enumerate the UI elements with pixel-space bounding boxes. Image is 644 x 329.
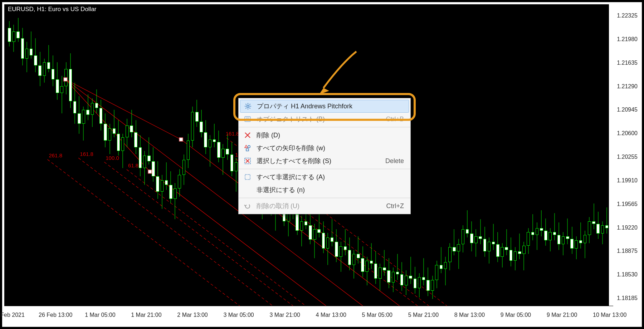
price-tick: 1.19565 — [617, 201, 638, 207]
menu-item[interactable]: 非選択にする (n) — [239, 183, 410, 196]
time-tick: 10 Mar 13:00 — [593, 312, 626, 318]
candle — [435, 4, 438, 310]
candle — [527, 4, 530, 310]
candle — [195, 4, 199, 310]
svg-point-0 — [247, 105, 249, 107]
time-tick: 3 Mar 05:00 — [223, 312, 254, 318]
undo-icon — [244, 202, 252, 210]
svg-line-8 — [249, 104, 250, 105]
candle — [596, 4, 600, 310]
menu-item-accel: Ctrl+Z — [386, 202, 404, 210]
svg-marker-15 — [245, 145, 248, 148]
menu-item[interactable]: 削除 (D) — [239, 129, 410, 142]
candle — [82, 4, 85, 310]
candle — [230, 4, 234, 310]
candle — [470, 4, 473, 310]
candle — [601, 4, 604, 310]
candle — [204, 4, 207, 310]
menu-separator — [239, 169, 410, 169]
candle — [174, 4, 177, 310]
time-axis: 25 Feb 202126 Feb 13:001 Mar 05:001 Mar … — [4, 306, 613, 325]
menu-item-label: 削除 (D) — [257, 131, 404, 139]
fib-label: 161.8 — [226, 131, 239, 137]
price-tick: 1.18530 — [617, 271, 638, 278]
candle — [588, 4, 591, 310]
fib-label: 261.8 — [49, 152, 62, 158]
time-tick: 9 Mar 21:00 — [547, 312, 577, 318]
menu-item[interactable]: オブジェクトリスト (B)Ctrl+B — [239, 113, 410, 126]
candle — [73, 4, 77, 310]
candle — [440, 4, 443, 310]
time-tick: 25 Feb 2021 — [0, 312, 25, 318]
price-tick: 1.22325 — [617, 13, 638, 19]
menu-item-label: 削除の取消 (U) — [257, 202, 365, 210]
pitchfork-anchor[interactable] — [64, 78, 68, 82]
price-tick: 1.21635 — [617, 60, 638, 66]
candle — [126, 4, 129, 310]
candle — [12, 4, 15, 310]
candle — [562, 4, 565, 310]
menu-item-label: すべての矢印を削除 (w) — [257, 144, 404, 152]
candle — [99, 4, 103, 310]
candle — [95, 4, 98, 310]
candle — [422, 4, 425, 310]
menu-item[interactable]: プロパティ H1 Andrews Pitchfork — [240, 100, 409, 113]
svg-line-7 — [246, 108, 247, 108]
candle — [557, 4, 561, 310]
candle — [501, 4, 504, 310]
candle — [540, 4, 543, 310]
candle — [130, 4, 133, 310]
fib-label: 100.0 — [106, 155, 119, 161]
context-menu: プロパティ H1 Andrews Pitchforkオブジェクトリスト (B)C… — [238, 98, 411, 214]
candle — [213, 4, 216, 310]
pitchfork-anchor[interactable] — [179, 138, 183, 142]
candle — [78, 4, 81, 310]
candle — [182, 4, 186, 310]
candle — [221, 4, 225, 310]
candle — [38, 4, 42, 310]
candle — [584, 4, 587, 310]
candle — [156, 4, 159, 310]
pitchfork-anchor[interactable] — [148, 170, 152, 174]
menu-item[interactable]: 選択したすべてを削除 (S)Delete — [239, 154, 410, 167]
menu-item[interactable]: すべての矢印を削除 (w) — [239, 142, 410, 154]
candle — [570, 4, 574, 310]
candle — [453, 4, 456, 310]
candle — [457, 4, 460, 310]
price-tick: 1.18185 — [617, 295, 638, 301]
price-tick: 1.19220 — [617, 225, 638, 231]
time-tick: 3 Mar 21:00 — [269, 312, 300, 318]
select-box-icon — [244, 157, 252, 165]
svg-rect-21 — [245, 175, 250, 180]
candle — [566, 4, 569, 310]
candle — [531, 4, 535, 310]
svg-line-5 — [246, 104, 247, 105]
price-tick: 1.20945 — [617, 107, 638, 113]
candle — [86, 4, 89, 310]
candle — [191, 4, 194, 310]
candle — [418, 4, 421, 310]
candle — [462, 4, 465, 310]
fib-label: 161.8 — [80, 151, 93, 157]
menu-item-label: 非選択にする (n) — [257, 186, 404, 194]
menu-item[interactable]: すべて非選択にする (A) — [239, 171, 410, 183]
candle — [91, 4, 94, 310]
candle — [200, 4, 203, 310]
svg-rect-17 — [246, 149, 249, 151]
candle — [488, 4, 491, 310]
time-tick: 5 Mar 21:00 — [408, 312, 439, 318]
menu-item-label: オブジェクトリスト (B) — [257, 115, 364, 123]
candle — [496, 4, 499, 310]
candle — [169, 4, 172, 310]
candle — [466, 4, 469, 310]
candle — [165, 4, 168, 310]
candle — [64, 4, 68, 310]
candle — [226, 4, 229, 310]
candle — [509, 4, 513, 310]
svg-line-6 — [249, 108, 250, 108]
candle — [431, 4, 434, 310]
price-tick: 1.21290 — [617, 83, 638, 90]
candle — [505, 4, 508, 310]
candle — [448, 4, 452, 310]
price-tick: 1.19910 — [617, 177, 638, 184]
